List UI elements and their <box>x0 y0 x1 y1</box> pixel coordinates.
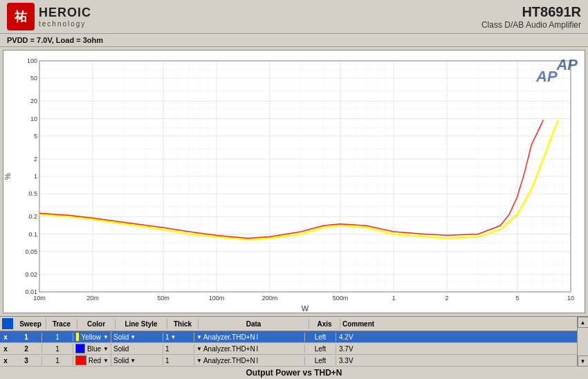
cell-linestyle-3[interactable]: Solid ▼ <box>111 356 163 365</box>
cell-color-3[interactable]: Red ▼ <box>73 355 111 366</box>
cell-data-2[interactable]: ▼ Analyzer.THD+N l <box>194 344 305 353</box>
cell-comment-3: 3.3V <box>336 356 577 365</box>
ap-watermark: AP <box>556 56 578 74</box>
product-description: Class D/AB Audio Amplifier <box>481 20 581 30</box>
cell-comment-1: 4.2V <box>336 333 577 342</box>
color-label-2: Blue <box>87 345 101 353</box>
blue-square <box>2 318 13 329</box>
data-dropdown-1[interactable]: ▼ <box>196 334 202 340</box>
linestyle-label-1: Solid <box>113 333 129 341</box>
table-header: Sweep Trace Color Line Style Thick Data … <box>0 317 577 331</box>
logo-icon: 祐 <box>15 8 27 25</box>
company-heroic-label: HEROIC <box>39 6 91 20</box>
thick-label-1: 1 <box>165 333 169 341</box>
color-label-1: Yellow <box>82 333 102 341</box>
logo-area: 祐 HEROIC technology <box>7 3 91 30</box>
color-swatch-2 <box>75 344 85 353</box>
linestyle-label-2: Solid <box>113 345 129 353</box>
color-dropdown-1[interactable]: ▼ <box>103 334 109 340</box>
cell-thick-1[interactable]: 1 ▼ <box>163 333 194 342</box>
color-dropdown-2[interactable]: ▼ <box>103 346 109 352</box>
cell-data-1[interactable]: ▼ Analyzer.THD+N l <box>194 333 305 342</box>
row-x-1: x <box>0 333 11 342</box>
table-area: Sweep Trace Color Line Style Thick Data … <box>0 316 588 367</box>
data-label-1: Analyzer.THD+N <box>203 333 255 341</box>
table-row[interactable]: x 1 1 Yellow ▼ Solid ▼ 1 ▼ <box>0 331 577 343</box>
header-comment: Comment <box>340 319 577 329</box>
product-info: HT8691R Class D/AB Audio Amplifier <box>481 4 581 30</box>
cell-linestyle-1[interactable]: Solid ▼ <box>111 333 163 342</box>
linestyle-dropdown-3[interactable]: ▼ <box>130 358 136 364</box>
scrollbar[interactable]: ▲ ▼ <box>577 317 588 367</box>
cell-axis-2: Left <box>305 344 336 353</box>
main-container: 祐 HEROIC technology HT8691R Class D/AB A… <box>0 0 588 379</box>
company-name: HEROIC technology <box>39 6 91 28</box>
row-x-2: x <box>0 344 11 353</box>
cell-trace-3: 1 <box>42 356 73 365</box>
chart-wrapper: AP <box>3 50 585 313</box>
cell-comment-2: 3.7V <box>336 344 577 353</box>
header-trace: Trace <box>46 319 77 329</box>
header: 祐 HEROIC technology HT8691R Class D/AB A… <box>0 0 588 34</box>
color-dropdown-3[interactable]: ▼ <box>103 358 109 364</box>
subtitle-text: PVDD = 7.0V, Load = 3ohm <box>7 36 103 44</box>
linestyle-dropdown-1[interactable]: ▼ <box>130 334 136 340</box>
cell-linestyle-2[interactable]: Solid <box>111 344 163 353</box>
logo-box: 祐 <box>7 3 35 30</box>
cell-color-1[interactable]: Yellow ▼ <box>73 331 111 342</box>
chart-inner: AP <box>3 50 585 313</box>
row-x-3: x <box>0 356 11 365</box>
data-label-2: Analyzer.THD+N <box>203 345 255 353</box>
color-swatch-1 <box>75 332 80 342</box>
cell-trace-1: 1 <box>42 333 73 342</box>
cell-thick-3: 1 <box>163 356 194 365</box>
data-dropdown-3[interactable]: ▼ <box>196 358 202 364</box>
cell-sweep-2: 2 <box>11 344 42 353</box>
chart-canvas <box>3 50 585 313</box>
cell-sweep-3: 3 <box>11 356 42 365</box>
cell-color-2[interactable]: Blue ▼ <box>73 343 111 354</box>
company-tech-label: technology <box>39 20 91 28</box>
header-axis: Axis <box>309 319 340 329</box>
data-suffix-1: l <box>257 333 258 341</box>
data-dropdown-2[interactable]: ▼ <box>196 346 202 352</box>
header-sweep: Sweep <box>15 319 46 329</box>
table-row[interactable]: x 3 1 Red ▼ Solid ▼ 1 ▼ Analyz <box>0 355 577 367</box>
product-model: HT8691R <box>481 4 581 20</box>
cell-axis-1: Left <box>305 333 336 342</box>
table-row[interactable]: x 2 1 Blue ▼ Solid 1 ▼ Analyzer.THD+N <box>0 343 577 355</box>
cell-axis-3: Left <box>305 356 336 365</box>
header-thick: Thick <box>167 319 199 329</box>
scroll-track[interactable] <box>578 328 589 355</box>
cell-thick-2: 1 <box>163 344 194 353</box>
cell-trace-2: 1 <box>42 344 73 353</box>
color-label-3: Red <box>89 357 101 364</box>
header-data: Data <box>199 319 309 329</box>
linestyle-label-3: Solid <box>113 357 129 364</box>
color-swatch-3 <box>75 355 86 365</box>
subtitle-bar: PVDD = 7.0V, Load = 3ohm <box>0 34 588 47</box>
data-suffix-2: l <box>257 345 258 353</box>
data-suffix-3: l <box>257 357 258 364</box>
header-linestyle: Line Style <box>116 319 167 329</box>
footer-label: Output Power vs THD+N <box>0 367 588 379</box>
scroll-up-button[interactable]: ▲ <box>578 317 589 328</box>
thick-dropdown-1[interactable]: ▼ <box>171 334 176 340</box>
scroll-down-button[interactable]: ▼ <box>578 355 589 367</box>
header-color: Color <box>77 319 116 329</box>
cell-sweep-1: 1 <box>11 333 42 342</box>
data-label-3: Analyzer.THD+N <box>203 357 255 364</box>
cell-data-3[interactable]: ▼ Analyzer.THD+N l <box>194 356 305 365</box>
